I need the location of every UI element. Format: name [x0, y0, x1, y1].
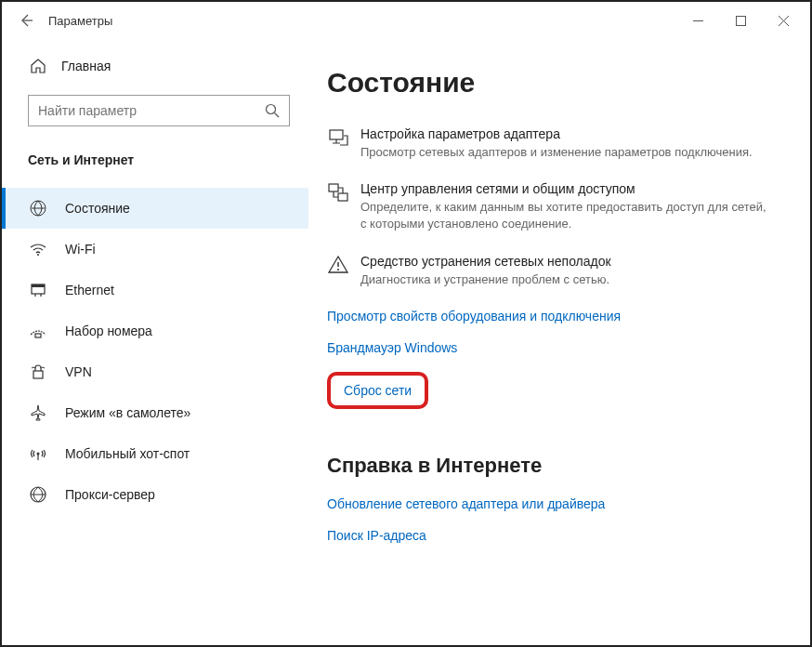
nav-label: Состояние	[65, 201, 130, 216]
svg-point-13	[337, 269, 339, 271]
nav-label: Прокси-сервер	[65, 487, 155, 502]
status-icon	[28, 199, 48, 218]
tile-title: Средство устранения сетевых неполадок	[360, 254, 773, 269]
tile-title: Настройка параметров адаптера	[360, 126, 773, 141]
nav-item-wifi[interactable]: Wi-Fi	[2, 229, 308, 270]
close-button[interactable]	[762, 2, 805, 39]
vpn-icon	[28, 363, 48, 381]
nav-item-ethernet[interactable]: Ethernet	[2, 270, 308, 310]
nav-item-airplane[interactable]: Режим «в самолете»	[2, 392, 308, 433]
main-content: Состояние Настройка параметров адаптера …	[308, 39, 810, 645]
back-button[interactable]	[7, 2, 45, 39]
nav-list: Состояние Wi-Fi Ethernet Набор номера	[2, 188, 308, 515]
svg-rect-10	[330, 130, 343, 139]
sharing-icon	[327, 181, 360, 232]
svg-rect-0	[736, 16, 745, 25]
tile-desc: Определите, к каким данным вы хотите пре…	[360, 199, 773, 232]
search-icon	[265, 103, 280, 118]
tile-desc: Просмотр сетевых адаптеров и изменение п…	[360, 144, 773, 161]
tile-desc: Диагностика и устранение проблем с сетью…	[360, 271, 773, 288]
maximize-icon	[736, 16, 746, 26]
minimize-button[interactable]	[676, 2, 719, 39]
nav-label: Режим «в самолете»	[65, 405, 190, 420]
highlight-box: Сброс сети	[327, 372, 428, 409]
airplane-icon	[28, 403, 48, 422]
svg-rect-11	[329, 184, 338, 191]
hotspot-icon	[28, 444, 48, 463]
tile-adapter-settings[interactable]: Настройка параметров адаптера Просмотр с…	[327, 126, 773, 161]
nav-label: Ethernet	[65, 283, 114, 297]
nav-label: Мобильный хот-спот	[65, 446, 190, 461]
ethernet-icon	[28, 281, 48, 299]
nav-item-hotspot[interactable]: Мобильный хот-спот	[2, 433, 308, 474]
dialup-icon	[28, 322, 48, 340]
arrow-left-icon	[19, 13, 33, 28]
wifi-icon	[28, 240, 48, 258]
tile-sharing-center[interactable]: Центр управления сетями и общим доступом…	[327, 181, 773, 232]
tile-title: Центр управления сетями и общим доступом	[360, 181, 773, 196]
adapter-icon	[327, 126, 360, 161]
svg-point-1	[267, 105, 276, 114]
link-network-reset[interactable]: Сброс сети	[344, 383, 412, 398]
window-controls	[676, 2, 805, 39]
titlebar: Параметры	[2, 2, 810, 39]
nav-label: Набор номера	[65, 324, 152, 338]
home-label: Главная	[61, 59, 111, 73]
link-update-adapter[interactable]: Обновление сетевого адаптера или драйвер…	[327, 496, 773, 511]
nav-item-dialup[interactable]: Набор номера	[2, 310, 308, 351]
svg-rect-6	[35, 334, 41, 337]
svg-rect-5	[32, 284, 45, 287]
link-firewall[interactable]: Брандмауэр Windows	[327, 340, 773, 355]
svg-point-3	[37, 254, 39, 256]
nav-label: VPN	[65, 364, 92, 379]
search-input[interactable]	[38, 103, 265, 118]
nav-label: Wi-Fi	[65, 242, 96, 257]
link-find-ip[interactable]: Поиск IP-адреса	[327, 528, 773, 543]
link-hardware-properties[interactable]: Просмотр свойств оборудования и подключе…	[327, 309, 773, 324]
nav-item-status[interactable]: Состояние	[2, 188, 308, 229]
minimize-icon	[693, 16, 703, 26]
warning-icon	[327, 254, 360, 288]
maximize-button[interactable]	[719, 2, 762, 39]
nav-item-vpn[interactable]: VPN	[2, 351, 308, 392]
nav-item-proxy[interactable]: Прокси-сервер	[2, 474, 308, 515]
window-title: Параметры	[48, 14, 112, 28]
sidebar: Главная Сеть и Интернет Состояние Wi	[2, 39, 308, 645]
close-icon	[779, 16, 789, 26]
proxy-icon	[28, 485, 48, 504]
page-heading: Состояние	[327, 67, 773, 99]
help-heading: Справка в Интернете	[327, 454, 773, 478]
svg-rect-12	[338, 193, 347, 201]
category-label: Сеть и Интернет	[2, 143, 308, 177]
search-box[interactable]	[28, 95, 290, 126]
home-icon	[28, 58, 48, 74]
tile-troubleshoot[interactable]: Средство устранения сетевых неполадок Ди…	[327, 254, 773, 288]
home-link[interactable]: Главная	[2, 50, 308, 82]
svg-rect-7	[33, 371, 43, 378]
